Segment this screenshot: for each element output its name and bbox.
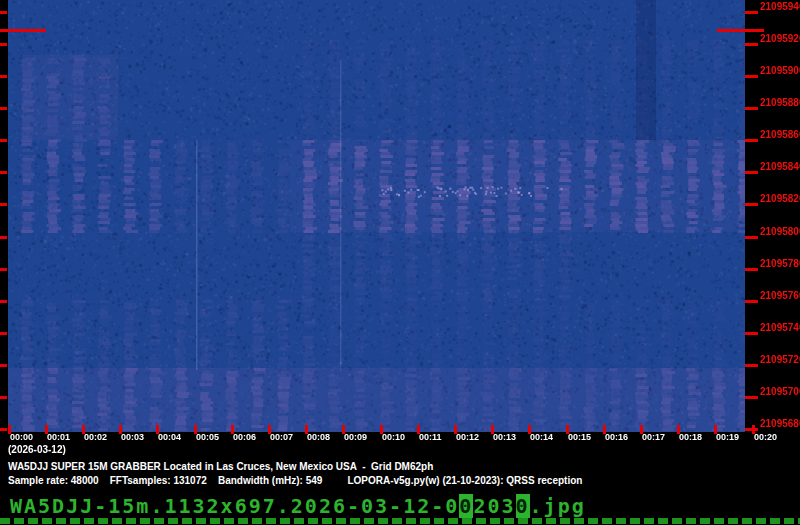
freq-tick-left: [0, 236, 7, 239]
time-label: 00:00: [10, 432, 33, 442]
date-annotation: (2026-03-12): [8, 444, 66, 455]
capture-settings: Sample rate: 48000 FFTsamples: 131072 Ba…: [8, 475, 582, 486]
freq-tick-left: [0, 43, 7, 46]
time-label: 00:14: [530, 432, 553, 442]
time-label: 00:04: [158, 432, 181, 442]
freq-tick-left: [0, 332, 7, 335]
filename-text: WA5DJJ-15m.1132x697.2026-03-12-002030.jp…: [10, 494, 586, 518]
freq-label: 21095680: [760, 418, 800, 429]
freq-tick-left: [0, 364, 7, 367]
time-label: 00:13: [493, 432, 516, 442]
freq-label: 21095720: [760, 354, 800, 365]
freq-tick-left: [0, 11, 7, 14]
filename-part: 2: [473, 494, 487, 518]
freq-tick-left: [0, 396, 7, 399]
time-label: 00:03: [121, 432, 144, 442]
freq-tick-left: [0, 75, 7, 78]
time-label: 00:16: [605, 432, 628, 442]
freq-label: 21095740: [760, 322, 800, 333]
freq-label: 21095700: [760, 386, 800, 397]
filename-digit-inverted: 0: [516, 494, 530, 518]
freq-tick: [745, 107, 758, 110]
freq-tick-left: [0, 268, 7, 271]
freq-tick: [745, 268, 758, 271]
freq-label: 21095820: [760, 193, 800, 204]
freq-tick-left: [0, 171, 7, 174]
station-title: WA5DJJ SUPER 15M GRABBER Located in Las …: [8, 461, 433, 472]
freq-label: 21095760: [760, 290, 800, 301]
time-label: 00:19: [716, 432, 739, 442]
freq-tick: [745, 43, 758, 46]
freq-tick: [745, 75, 758, 78]
time-label: 00:05: [196, 432, 219, 442]
time-label: 00:12: [456, 432, 479, 442]
freq-tick: [745, 203, 758, 206]
time-label: 00:02: [84, 432, 107, 442]
freq-tick-left: [0, 300, 7, 303]
time-label: 00:11: [419, 432, 442, 442]
freq-tick: [745, 236, 758, 239]
freq-tick: [745, 11, 758, 14]
freq-label: 21095840: [760, 161, 800, 172]
marker-line-right: [717, 29, 764, 32]
freq-tick: [745, 139, 758, 142]
freq-tick: [745, 171, 758, 174]
time-label: 00:08: [307, 432, 330, 442]
freq-tick: [745, 396, 758, 399]
freq-label: 21095800: [760, 226, 800, 237]
filename-part: WA5DJJ-15m.1132x697.2026-03-12-: [10, 494, 445, 518]
freq-label: 21095880: [760, 97, 800, 108]
time-label: 00:10: [382, 432, 405, 442]
freq-label: 21095780: [760, 258, 800, 269]
freq-tick-left: [0, 139, 7, 142]
ticker-strip: [0, 518, 800, 524]
time-label: 00:09: [344, 432, 367, 442]
freq-label: 21095900: [760, 65, 800, 76]
time-label: 00:06: [233, 432, 256, 442]
time-label: 00:15: [568, 432, 591, 442]
time-label: 00:07: [270, 432, 293, 442]
marker-line-left: [0, 29, 46, 32]
time-label: 00:18: [679, 432, 702, 442]
freq-tick-left: [0, 203, 7, 206]
filename-part: .jpg: [530, 494, 586, 518]
freq-label: 21095860: [760, 129, 800, 140]
filename-part: 0: [487, 494, 501, 518]
freq-tick: [745, 300, 758, 303]
filename-digit-inverted: 0: [459, 494, 473, 518]
freq-tick-left: [0, 428, 7, 431]
time-label: 00:01: [47, 432, 70, 442]
freq-tick: [745, 364, 758, 367]
time-label: 00:20: [754, 432, 777, 442]
time-label: 00:17: [642, 432, 665, 442]
freq-tick: [745, 332, 758, 335]
filename-part: 0: [445, 494, 459, 518]
freq-tick-left: [0, 107, 7, 110]
spectrogram: [8, 0, 745, 432]
freq-label: 21095940: [760, 1, 800, 12]
freq-label: 21095920: [760, 33, 800, 44]
grabber-screenshot: 2109594021095920210959002109588021095860…: [0, 0, 800, 525]
filename-part: 3: [501, 494, 515, 518]
